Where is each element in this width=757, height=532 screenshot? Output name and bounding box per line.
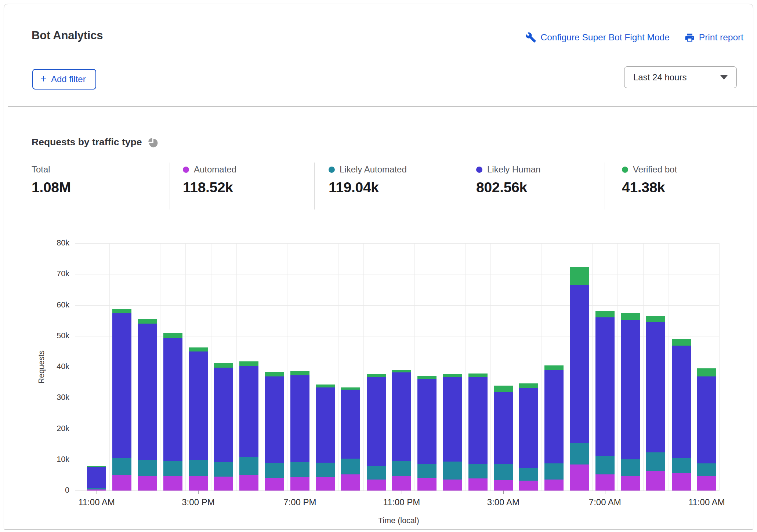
bar-segment-verified-bot bbox=[417, 376, 437, 379]
bar-segment-automated bbox=[316, 477, 335, 491]
bar-segment-likely-human bbox=[392, 372, 411, 461]
stacked-bar-6-00-am bbox=[570, 267, 589, 491]
print-report-link[interactable]: Print report bbox=[684, 32, 743, 43]
stacked-bar-8-00-pm bbox=[316, 385, 335, 491]
x-tick-label: 11:00 AM bbox=[64, 497, 130, 507]
stacked-bar-7-00-pm bbox=[290, 371, 309, 491]
bar-segment-likely-human bbox=[697, 376, 716, 463]
bar-segment-automated bbox=[189, 476, 208, 491]
stat-label: Likely Automated bbox=[329, 164, 407, 175]
bar-segment-automated bbox=[341, 474, 360, 491]
y-tick-label: 20k bbox=[30, 424, 69, 433]
y-tick-label: 10k bbox=[30, 455, 69, 464]
stacked-bar-1-00-pm bbox=[138, 319, 157, 491]
bar-segment-automated bbox=[519, 481, 538, 491]
stacked-bar-5-00-am bbox=[544, 365, 564, 491]
bar-segment-likely-automated bbox=[621, 459, 640, 476]
x-tick-label: 11:00 AM bbox=[674, 497, 740, 507]
vertical-gridline bbox=[643, 243, 644, 491]
time-range-value: Last 24 hours bbox=[633, 72, 687, 83]
bar-segment-automated bbox=[87, 489, 106, 491]
x-tick-label: 7:00 AM bbox=[572, 497, 638, 507]
vertical-gridline bbox=[389, 243, 389, 491]
bar-segment-likely-human bbox=[621, 320, 640, 459]
bar-segment-likely-human bbox=[494, 392, 513, 464]
bar-segment-likely-automated bbox=[239, 457, 258, 475]
configure-super-bot-fight-mode-link[interactable]: Configure Super Bot Fight Mode bbox=[525, 32, 669, 43]
bar-segment-automated bbox=[494, 480, 513, 491]
add-filter-button[interactable]: + Add filter bbox=[32, 69, 96, 90]
stat-divider bbox=[605, 163, 605, 209]
vertical-gridline bbox=[719, 243, 720, 491]
bar-segment-automated bbox=[621, 476, 640, 491]
bar-segment-likely-automated bbox=[189, 460, 208, 476]
bar-segment-verified-bot bbox=[341, 387, 360, 390]
bar-segment-verified-bot bbox=[468, 374, 488, 377]
stacked-bar-2-00-pm bbox=[163, 333, 182, 491]
printer-icon bbox=[684, 32, 695, 43]
bar-segment-likely-automated bbox=[672, 458, 691, 473]
bar-segment-likely-automated bbox=[214, 462, 233, 477]
bar-segment-verified-bot bbox=[595, 311, 615, 317]
bar-segment-likely-human bbox=[646, 322, 665, 452]
horizontal-gridline bbox=[75, 336, 719, 336]
y-tick-label: 50k bbox=[30, 331, 69, 340]
bar-segment-likely-automated bbox=[138, 460, 157, 476]
bar-segment-automated bbox=[443, 480, 462, 491]
bar-segment-automated bbox=[570, 464, 589, 491]
horizontal-gridline bbox=[75, 429, 719, 429]
stacked-bar-1-00-am bbox=[443, 374, 462, 491]
bar-segment-verified-bot bbox=[214, 363, 233, 368]
bar-segment-automated bbox=[112, 475, 131, 491]
vertical-gridline bbox=[338, 243, 338, 491]
stat-label-text: Likely Automated bbox=[340, 164, 407, 175]
stacked-bar-12-00-pm bbox=[112, 309, 131, 491]
bar-segment-likely-automated bbox=[697, 463, 716, 476]
stacked-bar-9-00-pm bbox=[341, 387, 360, 491]
bar-segment-likely-automated bbox=[112, 458, 131, 475]
time-range-dropdown[interactable]: Last 24 hours bbox=[624, 66, 737, 88]
vertical-gridline bbox=[160, 243, 160, 491]
legend-dot-icon bbox=[622, 167, 628, 173]
chevron-down-icon bbox=[720, 75, 728, 80]
stacked-bar-7-00-am bbox=[595, 311, 615, 491]
bar-segment-verified-bot bbox=[367, 374, 386, 377]
bar-segment-verified-bot bbox=[112, 309, 131, 313]
bar-segment-likely-human bbox=[112, 313, 131, 458]
stacked-bar-11-00-am bbox=[87, 466, 106, 491]
stat-verified-bot: Verified bot41.38k bbox=[622, 162, 677, 196]
bar-segment-verified-bot bbox=[189, 347, 208, 351]
legend-dot-icon bbox=[183, 167, 189, 173]
bar-segment-likely-automated bbox=[417, 464, 437, 478]
vertical-gridline bbox=[617, 243, 618, 491]
bar-segment-likely-human bbox=[290, 375, 309, 462]
pie-chart-icon bbox=[147, 136, 159, 148]
x-tick-mark bbox=[605, 491, 606, 494]
stat-label-text: Automated bbox=[194, 164, 236, 175]
horizontal-gridline bbox=[75, 243, 719, 244]
vertical-gridline bbox=[84, 243, 84, 491]
x-tick-mark bbox=[97, 491, 97, 494]
vertical-gridline bbox=[363, 243, 364, 491]
stat-label-text: Total bbox=[32, 164, 50, 175]
bar-segment-likely-human bbox=[367, 377, 386, 466]
bar-segment-likely-automated bbox=[494, 464, 513, 480]
stacked-bar-4-00-pm bbox=[214, 363, 233, 491]
x-tick-mark bbox=[503, 491, 504, 494]
bar-segment-automated bbox=[239, 475, 258, 491]
y-tick-label: 0 bbox=[30, 486, 69, 495]
horizontal-gridline bbox=[75, 398, 719, 398]
bar-segment-likely-human bbox=[163, 338, 182, 461]
bar-segment-automated bbox=[672, 473, 691, 491]
bar-segment-likely-automated bbox=[163, 461, 182, 476]
bar-segment-automated bbox=[214, 477, 233, 491]
bar-segment-likely-human bbox=[214, 368, 233, 462]
bar-segment-likely-automated bbox=[468, 464, 488, 478]
bar-segment-automated bbox=[265, 478, 284, 491]
bar-segment-verified-bot bbox=[519, 383, 538, 388]
vertical-gridline bbox=[440, 243, 440, 491]
legend-dot-icon bbox=[476, 167, 482, 173]
bar-segment-likely-human bbox=[672, 346, 691, 458]
bar-segment-likely-human bbox=[570, 285, 589, 443]
add-filter-label: Add filter bbox=[51, 74, 86, 84]
